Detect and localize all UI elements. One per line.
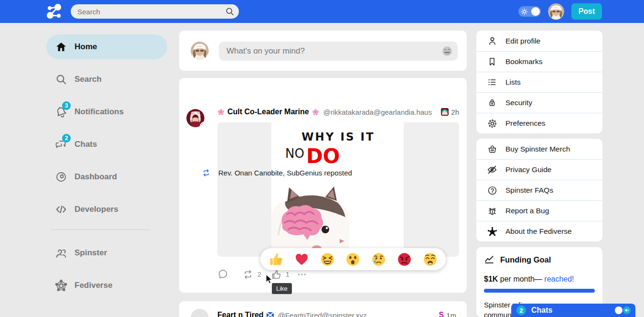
app-logo-icon[interactable]: [45, 3, 64, 20]
sidebar-item-chats[interactable]: 2 Chats: [46, 132, 167, 157]
sidebar-item-notifications[interactable]: 3 Notifications: [46, 99, 167, 124]
menu-item-lists[interactable]: Lists: [476, 72, 602, 92]
funding-reached-link[interactable]: reached!: [544, 275, 574, 283]
sidebar-item-home[interactable]: Home: [46, 34, 167, 59]
chats-sound-toggle[interactable]: [615, 306, 631, 314]
notifications-badge: 3: [62, 101, 71, 110]
person-icon: [487, 36, 497, 46]
menu-item-privacy-guide[interactable]: Privacy Guide: [476, 159, 602, 180]
custom-emoji-icon: [441, 108, 449, 116]
sidebar-item-dashboard[interactable]: Dashboard: [46, 164, 167, 189]
reaction-weary-icon[interactable]: [423, 252, 438, 267]
menu-item-preferences[interactable]: Preferences: [476, 113, 602, 133]
post-author-line: Cult Co-Leader Marine @rikkatakarada@gea…: [217, 108, 459, 116]
scotland-flag-icon: [267, 312, 274, 317]
compose-bubble: [219, 42, 458, 61]
menu-item-merch[interactable]: Buy Spinster Merch: [476, 139, 602, 159]
sidebar-item-developers[interactable]: Developers: [46, 197, 167, 222]
comment-icon: [218, 269, 228, 279]
search-input[interactable]: [71, 8, 239, 16]
like-tooltip: Like: [272, 283, 292, 294]
compose-card: [179, 31, 467, 71]
basket-icon: [487, 144, 497, 154]
menu-item-label: Report a Bug: [505, 207, 549, 215]
sidebar-item-search[interactable]: Search: [46, 67, 167, 92]
menu-item-edit-profile[interactable]: Edit profile: [476, 31, 602, 51]
comment-button[interactable]: [218, 269, 228, 279]
post-author-handle[interactable]: @rikkatakarada@gearlandia.haus: [323, 108, 432, 116]
repost-button[interactable]: 2: [243, 269, 261, 280]
emoji-picker-icon[interactable]: [441, 45, 453, 57]
post-author-avatar[interactable]: [186, 109, 204, 127]
chart-icon: [484, 254, 494, 265]
reaction-angry-icon[interactable]: [397, 252, 412, 267]
reaction-heart-icon[interactable]: [294, 252, 309, 267]
home-icon: [54, 41, 67, 54]
menu-item-faqs[interactable]: Spinster FAQs: [476, 180, 602, 200]
profile-menu-card: Edit profile Bookmarks Lists Security Pr: [476, 31, 602, 133]
post-author-name[interactable]: Cult Co-Leader Marine: [227, 108, 309, 116]
gear-icon: [487, 118, 497, 129]
sidebar-divider: [50, 230, 150, 230]
reaction-picker: [260, 248, 446, 270]
lock-icon: [487, 98, 497, 108]
theme-toggle[interactable]: [518, 6, 541, 17]
funding-period: per month: [498, 275, 534, 283]
bookmark-icon: [487, 56, 497, 67]
menu-item-about-fediverse[interactable]: About the Fediverse: [476, 221, 602, 241]
next-post-author-name[interactable]: Feart n Tired: [217, 311, 264, 317]
toggle-knob: [531, 7, 540, 16]
reaction-surprised-icon[interactable]: [345, 252, 360, 267]
menu-item-label: Buy Spinster Merch: [505, 145, 570, 153]
funding-amount-line: $1K per month— reached!: [484, 275, 595, 284]
fediverse-icon: [54, 279, 67, 292]
chats-panel-bar[interactable]: 2 Chats: [511, 304, 635, 317]
top-bar: Post: [0, 0, 644, 23]
menu-item-label: Privacy Guide: [505, 165, 551, 174]
more-options-button[interactable]: [297, 269, 307, 280]
next-post-author-handle[interactable]: @FeartnTired@spinster.xyz: [278, 311, 367, 317]
reposted-by-text[interactable]: Rev. Onan Canobite, SubGenius reposted: [218, 169, 352, 177]
menu-item-label: Security: [505, 98, 532, 107]
bell-icon: 3: [54, 106, 67, 119]
next-post-timestamp[interactable]: 1m: [446, 311, 456, 317]
menu-item-label: Spinster FAQs: [505, 186, 553, 195]
funding-title: Funding Goal: [500, 255, 551, 264]
people-icon: [54, 247, 67, 260]
post-button[interactable]: Post: [571, 3, 602, 20]
chats-unread-badge: 2: [516, 306, 526, 315]
funding-dash: —: [535, 275, 544, 283]
repost-count: 2: [258, 271, 261, 278]
menu-item-bookmarks[interactable]: Bookmarks: [476, 51, 602, 72]
sidebar-item-fediverse[interactable]: Fediverse: [46, 273, 167, 298]
mouse-cursor: [266, 274, 274, 284]
reaction-crying-icon[interactable]: [371, 252, 386, 267]
next-post-card: Feart n Tired @FeartnTired@spinster.xyz …: [179, 301, 467, 317]
compose-avatar[interactable]: [191, 42, 209, 60]
sidebar-item-label: Home: [75, 42, 97, 52]
sidebar-item-label: Spinster: [75, 248, 107, 258]
dashboard-icon: [54, 171, 67, 184]
current-user-avatar[interactable]: [548, 3, 564, 20]
eye-slash-icon: [487, 164, 497, 175]
left-sidebar: Home Search 3 Notifications 2 Chats: [46, 34, 167, 306]
menu-item-label: Bookmarks: [505, 57, 543, 66]
reaction-laughing-icon[interactable]: [320, 252, 335, 267]
search-icon[interactable]: [225, 7, 235, 16]
reaction-thumbs-up-icon[interactable]: [268, 252, 283, 267]
menu-item-report-bug[interactable]: Report a Bug: [476, 200, 602, 221]
bug-icon: [487, 206, 497, 216]
post-media-image[interactable]: WHY IS IT NO DO: [217, 122, 459, 257]
next-post-avatar[interactable]: [191, 309, 209, 317]
menu-item-security[interactable]: Security: [476, 92, 602, 113]
ellipsis-icon: [297, 269, 307, 280]
compose-input[interactable]: [219, 46, 458, 56]
next-post-author-line: Feart n Tired @FeartnTired@spinster.xyz …: [217, 311, 456, 317]
sidebar-item-label: Notifications: [75, 107, 124, 117]
repost-icon: [202, 169, 210, 177]
meme-text-line1: WHY IS IT: [217, 131, 459, 143]
sidebar-item-label: Search: [75, 75, 102, 84]
chats-panel-label: Chats: [531, 306, 552, 315]
sidebar-item-spinster[interactable]: Spinster: [46, 240, 167, 265]
post-timestamp[interactable]: 2h: [451, 108, 459, 116]
